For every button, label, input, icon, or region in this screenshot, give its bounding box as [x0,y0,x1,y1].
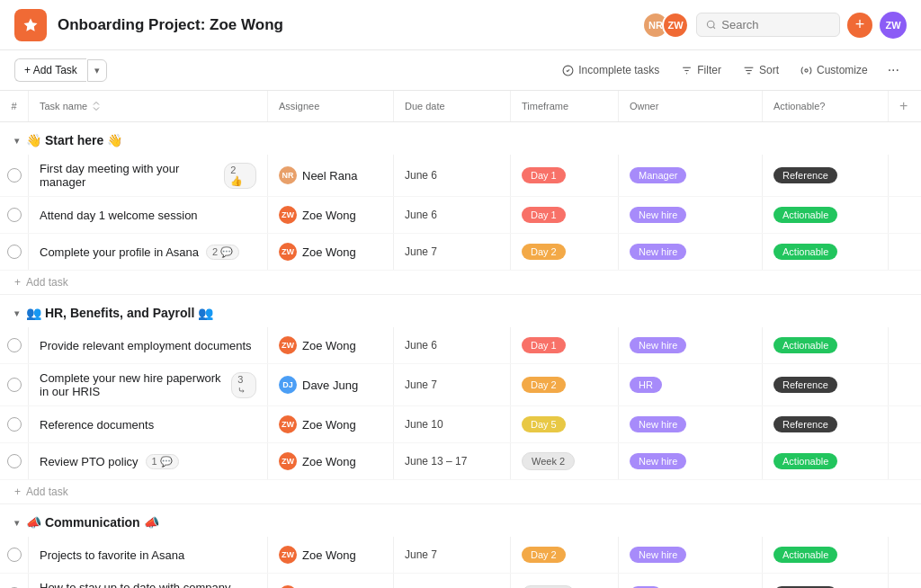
timeframe-badge: Week 2 [522,452,575,470]
task-checkbox-col[interactable] [0,197,29,233]
section-add-task-hr-benefits[interactable]: +Add task [0,480,921,503]
th-timeframe: Timeframe [511,91,619,121]
add-task-label: + Add Task [24,64,77,76]
search-input[interactable] [721,18,830,31]
task-timeframe-col: Day 2 [511,364,619,405]
add-task-group: + Add Task ▾ [14,58,107,82]
sort-col-icon [91,101,102,111]
assignee-name: Zoe Wong [302,548,356,562]
section-toggle-hr-benefits: ▾ [14,308,19,318]
task-name-col[interactable]: Complete your new hire paperwork in our … [29,364,268,405]
task-extra-col [889,537,921,573]
table-header: # Task name Assignee Due date Timeframe … [0,91,921,122]
task-actionable-col: Actionable [763,443,889,479]
search-box[interactable] [696,13,840,37]
task-checkbox-col[interactable] [0,364,29,405]
task-timeframe-col: Day 5 [511,406,619,442]
section-header-hr-benefits[interactable]: ▾👥 HR, Benefits, and Payroll 👥 [0,295,921,327]
task-checkbox-col[interactable] [0,234,29,270]
add-column-icon[interactable]: + [899,98,908,114]
task-checkbox-col[interactable] [0,443,29,479]
section-header-communication[interactable]: ▾📣 Communication 📣 [0,504,921,537]
task-assignee-col[interactable]: ZW Zoe Wong [268,537,394,573]
filter-button[interactable]: Filter [672,59,730,81]
section-add-task-start-here[interactable]: +Add task [0,271,921,294]
task-badge: 1 💬 [146,454,179,469]
task-assignee-col[interactable]: ZW Zoe Wong [268,197,394,233]
task-extra-col [889,234,921,270]
task-name-col[interactable]: Complete your profile in Asana 2 💬 [29,234,268,270]
task-name-col[interactable]: Projects to favorite in Asana [29,537,268,573]
sort-button[interactable]: Sort [734,59,788,81]
task-extra-col [889,574,921,588]
actionable-badge: Actionable [773,453,837,469]
task-assignee-col[interactable]: ZW Zoe Wong [268,443,394,479]
task-timeframe-col: Day 1 [511,197,619,233]
task-checkbox-col[interactable] [0,406,29,442]
task-circle[interactable] [7,548,22,562]
th-task-name[interactable]: Task name [29,91,268,121]
assignee-name: Zoe Wong [302,339,356,352]
avatar-2[interactable]: ZW [662,12,689,39]
task-checkbox-col[interactable] [0,155,29,196]
assignee-name: Zoe Wong [302,455,356,468]
task-circle[interactable] [7,168,22,183]
task-name-col[interactable]: How to stay up to date with company anno… [29,574,268,588]
task-circle[interactable] [7,417,22,432]
section-toggle-communication: ▾ [14,518,19,528]
toolbar: + Add Task ▾ Incomplete tasks Filter Sor… [0,50,921,91]
add-task-caret[interactable]: ▾ [87,59,107,82]
task-owner-col: Manager [619,155,763,196]
th-owner: Owner [619,91,763,121]
add-button[interactable]: + [847,13,872,38]
task-assignee-col[interactable]: DJ Dave Jung [268,364,394,405]
task-circle[interactable] [7,208,22,222]
more-button[interactable]: ··· [881,58,907,83]
task-timeframe-col: Day 1 [511,327,619,363]
assignee-avatar: ZW [279,243,297,261]
task-assignee-col[interactable]: ZW Zoe Wong [268,406,394,442]
timeframe-badge: Day 1 [522,207,566,223]
table-row: Attend day 1 welcome session ZW Zoe Wong… [0,197,921,234]
team-avatars: NR ZW [646,12,689,39]
task-owner-col: New hire [619,197,763,233]
task-name-col[interactable]: Attend day 1 welcome session [29,197,268,233]
add-task-section-label: Add task [26,486,68,498]
task-circle[interactable] [7,454,22,468]
th-add-col[interactable]: + [889,91,921,121]
task-name-text: Projects to favorite in Asana [40,548,184,562]
timeframe-badge: Day 5 [522,416,566,432]
task-checkbox-col[interactable] [0,537,29,573]
task-extra-col [889,443,921,479]
actionable-badge: Actionable [773,337,837,353]
task-assignee-col[interactable]: NR Neel Rana [268,155,394,196]
task-circle[interactable] [7,245,22,259]
table-row: Complete your profile in Asana 2 💬 ZW Zo… [0,234,921,271]
th-assignee: Assignee [268,91,394,121]
section-header-start-here[interactable]: ▾👋 Start here 👋 [0,122,921,155]
incomplete-tasks-button[interactable]: Incomplete tasks [553,59,668,81]
task-assignee-col[interactable]: ZW Zoe Wong [268,574,394,588]
task-checkbox-col[interactable] [0,574,29,588]
table-row: Complete your new hire paperwork in our … [0,364,921,406]
task-circle[interactable] [7,338,22,352]
task-extra-col [889,197,921,233]
task-assignee-col[interactable]: ZW Zoe Wong [268,327,394,363]
assignee-cell: ZW Zoe Wong [279,206,356,224]
task-checkbox-col[interactable] [0,327,29,363]
user-avatar[interactable]: ZW [880,12,907,39]
add-task-button[interactable]: + Add Task [14,58,86,82]
assignee-avatar: ZW [279,336,297,354]
task-name-col[interactable]: Reference documents [29,406,268,442]
task-name-col[interactable]: Provide relevant employment documents [29,327,268,363]
task-due-col: June 7 [394,364,511,405]
customize-button[interactable]: Customize [791,59,877,81]
task-name-col[interactable]: First day meeting with your manager 2 👍 [29,155,268,196]
task-circle[interactable] [7,378,22,392]
task-name-text: Reference documents [40,418,154,432]
assignee-avatar: ZW [279,452,297,470]
task-timeframe-col: Day 2 [511,234,619,270]
task-assignee-col[interactable]: ZW Zoe Wong [268,234,394,270]
due-date: June 10 [405,418,443,431]
task-name-col[interactable]: Review PTO policy 1 💬 [29,443,268,479]
